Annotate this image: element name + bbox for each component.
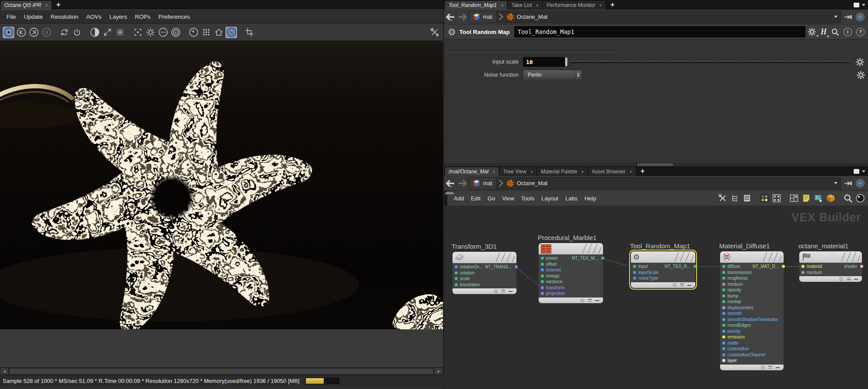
- output-port[interactable]: [860, 265, 863, 268]
- pin-icon[interactable]: [844, 14, 853, 20]
- home-icon[interactable]: [213, 27, 225, 38]
- node-footer[interactable]: [631, 282, 695, 288]
- menu-layout[interactable]: Layout: [538, 195, 562, 202]
- menu-preferences[interactable]: Preferences: [154, 14, 194, 20]
- input-port[interactable]: [722, 288, 725, 291]
- pixel-grid-icon[interactable]: [200, 27, 212, 38]
- input-port[interactable]: [455, 271, 458, 274]
- input-port[interactable]: [722, 324, 725, 327]
- grid-thumbs-icon[interactable]: [771, 193, 782, 203]
- list-view-icon[interactable]: [742, 193, 752, 203]
- forward-arrow-icon[interactable]: [458, 13, 467, 21]
- menu-edit[interactable]: Edit: [467, 195, 484, 202]
- path-dropdown-icon[interactable]: [834, 16, 838, 18]
- menu-file[interactable]: File: [3, 14, 20, 20]
- breadcrumb-mat[interactable]: mat: [469, 178, 496, 189]
- input-port[interactable]: [455, 283, 458, 286]
- scroll-right-icon[interactable]: [435, 368, 442, 375]
- input-port[interactable]: [633, 265, 636, 268]
- tab-mat-octane-mat[interactable]: /mat/Octane_Mat ×: [445, 167, 499, 176]
- input-port[interactable]: [722, 265, 725, 268]
- asset-box-icon[interactable]: [825, 193, 836, 203]
- wire-transform-to-marble[interactable]: [515, 267, 542, 288]
- menu-aovs[interactable]: AOVs: [82, 14, 105, 20]
- param-pinwheel-icon[interactable]: [855, 58, 865, 67]
- tab-material-palette[interactable]: Material Palette ×: [537, 167, 587, 176]
- skip-to-end-icon[interactable]: [28, 27, 40, 38]
- input-port[interactable]: [801, 271, 804, 274]
- node-header[interactable]: [799, 251, 862, 263]
- menu-update[interactable]: Update: [20, 14, 47, 20]
- input-port[interactable]: [722, 330, 725, 333]
- node-footer[interactable]: [799, 276, 862, 282]
- close-icon[interactable]: ×: [530, 169, 533, 174]
- wire-marble-to-random[interactable]: [602, 258, 634, 267]
- menu-labs[interactable]: Labs: [562, 195, 581, 202]
- input-port[interactable]: [541, 274, 544, 277]
- input-port[interactable]: [541, 263, 544, 266]
- node-header[interactable]: ⚙: [631, 251, 695, 263]
- network-path-field[interactable]: mat Octane_Mat: [469, 177, 841, 189]
- half-tone-icon[interactable]: [89, 27, 101, 38]
- back-arrow-icon[interactable]: [446, 13, 455, 21]
- power-icon[interactable]: [71, 27, 83, 38]
- input-port[interactable]: [541, 280, 544, 283]
- tab-octane-ipr[interactable]: Octane Qt5 IPR ×: [1, 1, 51, 10]
- input-port[interactable]: [722, 335, 725, 338]
- node-flags[interactable]: [581, 244, 601, 254]
- close-icon[interactable]: ×: [599, 3, 602, 8]
- new-tab-button[interactable]: +: [52, 0, 64, 10]
- tree-view-icon[interactable]: [730, 193, 740, 203]
- crop-icon[interactable]: [243, 27, 255, 38]
- magnifier-icon[interactable]: [831, 28, 839, 36]
- add-region-icon[interactable]: [114, 27, 126, 38]
- layout-split-icon[interactable]: [789, 193, 799, 203]
- node-name-field[interactable]: Tool_Random_Map1: [514, 26, 805, 37]
- param-path-field[interactable]: mat Octane_Mat: [469, 11, 841, 23]
- input-port[interactable]: [455, 277, 458, 280]
- play-icon[interactable]: [3, 27, 14, 38]
- color-palette-icon[interactable]: [759, 193, 770, 203]
- breadcrumb-octane-mat[interactable]: Octane_Mat: [503, 178, 551, 189]
- input-port[interactable]: [722, 312, 725, 315]
- node-footer[interactable]: [452, 288, 516, 294]
- pinwheel-menu-icon[interactable]: [808, 27, 816, 36]
- node-flags[interactable]: [762, 252, 782, 262]
- node-flags[interactable]: [674, 252, 694, 262]
- input-port[interactable]: [722, 342, 725, 345]
- node-procedural-marble1[interactable]: Procedural_Marble1 powerNT_TEX_M... offs…: [539, 243, 603, 303]
- close-icon[interactable]: ×: [501, 3, 503, 8]
- expand-icon[interactable]: [101, 27, 113, 38]
- brightness-icon[interactable]: [144, 27, 156, 38]
- render-viewport[interactable]: [0, 41, 443, 329]
- mini-hscrollbar[interactable]: [637, 163, 673, 166]
- new-tab-button[interactable]: +: [607, 0, 619, 10]
- pane-grip[interactable]: [444, 191, 447, 206]
- image-add-icon[interactable]: [813, 193, 824, 203]
- node-footer[interactable]: [720, 365, 784, 370]
- input-port[interactable]: [633, 271, 636, 274]
- refresh-icon[interactable]: [58, 27, 70, 38]
- input-port[interactable]: [722, 353, 725, 356]
- tab-tree-view[interactable]: Tree View ×: [499, 167, 536, 176]
- input-port[interactable]: [722, 347, 725, 350]
- viewport-hscrollbar[interactable]: [0, 367, 443, 375]
- close-icon[interactable]: ×: [581, 169, 584, 174]
- input-port[interactable]: [722, 271, 725, 274]
- network-canvas[interactable]: VEX Builder Transform_3D1 rotationOr...N…: [444, 206, 868, 389]
- pane-maximize-icon[interactable]: [854, 3, 859, 7]
- aperture-icon[interactable]: [855, 193, 865, 203]
- output-port[interactable]: [515, 265, 518, 268]
- pause-icon[interactable]: [40, 27, 52, 38]
- new-tab-button[interactable]: +: [637, 166, 649, 176]
- focus-icon[interactable]: [132, 27, 144, 38]
- scroll-thumb[interactable]: [10, 369, 433, 374]
- breadcrumb-octane-mat[interactable]: Octane_Mat: [503, 11, 551, 23]
- close-icon[interactable]: ×: [629, 169, 632, 174]
- breadcrumb-mat[interactable]: mat: [469, 11, 496, 23]
- node-flags[interactable]: [495, 253, 515, 262]
- menu-resolution[interactable]: Resolution: [47, 14, 82, 20]
- close-icon[interactable]: ×: [493, 169, 495, 174]
- input-port[interactable]: [541, 292, 544, 295]
- clock-icon[interactable]: [188, 27, 199, 38]
